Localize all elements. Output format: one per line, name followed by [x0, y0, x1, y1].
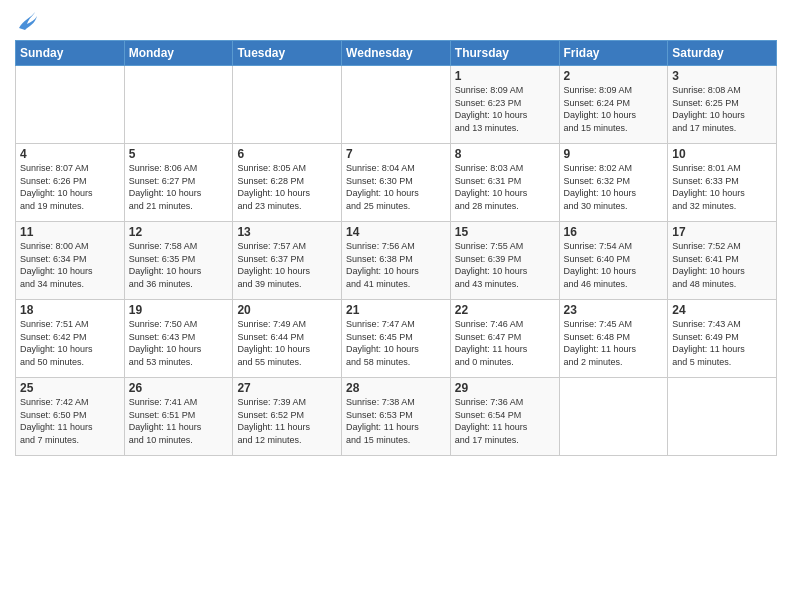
weekday-header-sunday: Sunday [16, 41, 125, 66]
weekday-header-thursday: Thursday [450, 41, 559, 66]
day-detail: Sunrise: 7:58 AM Sunset: 6:35 PM Dayligh… [129, 241, 202, 289]
week-row-3: 11Sunrise: 8:00 AM Sunset: 6:34 PM Dayli… [16, 222, 777, 300]
day-detail: Sunrise: 7:36 AM Sunset: 6:54 PM Dayligh… [455, 397, 528, 445]
day-detail: Sunrise: 8:08 AM Sunset: 6:25 PM Dayligh… [672, 85, 745, 133]
day-number: 26 [129, 381, 229, 395]
day-detail: Sunrise: 7:45 AM Sunset: 6:48 PM Dayligh… [564, 319, 637, 367]
day-cell [16, 66, 125, 144]
day-detail: Sunrise: 7:38 AM Sunset: 6:53 PM Dayligh… [346, 397, 419, 445]
day-cell: 7Sunrise: 8:04 AM Sunset: 6:30 PM Daylig… [342, 144, 451, 222]
day-detail: Sunrise: 8:09 AM Sunset: 6:24 PM Dayligh… [564, 85, 637, 133]
day-cell: 2Sunrise: 8:09 AM Sunset: 6:24 PM Daylig… [559, 66, 668, 144]
day-number: 4 [20, 147, 120, 161]
logo-bird-icon [17, 10, 37, 34]
day-detail: Sunrise: 7:56 AM Sunset: 6:38 PM Dayligh… [346, 241, 419, 289]
day-cell [668, 378, 777, 456]
day-cell: 23Sunrise: 7:45 AM Sunset: 6:48 PM Dayli… [559, 300, 668, 378]
day-detail: Sunrise: 7:54 AM Sunset: 6:40 PM Dayligh… [564, 241, 637, 289]
day-cell: 21Sunrise: 7:47 AM Sunset: 6:45 PM Dayli… [342, 300, 451, 378]
day-number: 3 [672, 69, 772, 83]
weekday-header-friday: Friday [559, 41, 668, 66]
week-row-5: 25Sunrise: 7:42 AM Sunset: 6:50 PM Dayli… [16, 378, 777, 456]
day-number: 22 [455, 303, 555, 317]
day-detail: Sunrise: 8:03 AM Sunset: 6:31 PM Dayligh… [455, 163, 528, 211]
day-cell: 3Sunrise: 8:08 AM Sunset: 6:25 PM Daylig… [668, 66, 777, 144]
day-number: 25 [20, 381, 120, 395]
day-detail: Sunrise: 7:55 AM Sunset: 6:39 PM Dayligh… [455, 241, 528, 289]
day-number: 6 [237, 147, 337, 161]
day-number: 28 [346, 381, 446, 395]
day-detail: Sunrise: 7:41 AM Sunset: 6:51 PM Dayligh… [129, 397, 202, 445]
day-number: 5 [129, 147, 229, 161]
calendar-table: SundayMondayTuesdayWednesdayThursdayFrid… [15, 40, 777, 456]
day-number: 19 [129, 303, 229, 317]
day-cell: 15Sunrise: 7:55 AM Sunset: 6:39 PM Dayli… [450, 222, 559, 300]
day-detail: Sunrise: 7:57 AM Sunset: 6:37 PM Dayligh… [237, 241, 310, 289]
day-detail: Sunrise: 7:46 AM Sunset: 6:47 PM Dayligh… [455, 319, 528, 367]
day-detail: Sunrise: 8:04 AM Sunset: 6:30 PM Dayligh… [346, 163, 419, 211]
day-cell: 17Sunrise: 7:52 AM Sunset: 6:41 PM Dayli… [668, 222, 777, 300]
weekday-header-monday: Monday [124, 41, 233, 66]
day-number: 27 [237, 381, 337, 395]
day-number: 7 [346, 147, 446, 161]
day-number: 18 [20, 303, 120, 317]
day-number: 29 [455, 381, 555, 395]
day-cell: 1Sunrise: 8:09 AM Sunset: 6:23 PM Daylig… [450, 66, 559, 144]
day-cell: 18Sunrise: 7:51 AM Sunset: 6:42 PM Dayli… [16, 300, 125, 378]
week-row-4: 18Sunrise: 7:51 AM Sunset: 6:42 PM Dayli… [16, 300, 777, 378]
day-number: 17 [672, 225, 772, 239]
day-detail: Sunrise: 8:02 AM Sunset: 6:32 PM Dayligh… [564, 163, 637, 211]
day-cell: 6Sunrise: 8:05 AM Sunset: 6:28 PM Daylig… [233, 144, 342, 222]
day-detail: Sunrise: 7:52 AM Sunset: 6:41 PM Dayligh… [672, 241, 745, 289]
day-number: 12 [129, 225, 229, 239]
week-row-1: 1Sunrise: 8:09 AM Sunset: 6:23 PM Daylig… [16, 66, 777, 144]
day-detail: Sunrise: 8:09 AM Sunset: 6:23 PM Dayligh… [455, 85, 528, 133]
day-detail: Sunrise: 8:05 AM Sunset: 6:28 PM Dayligh… [237, 163, 310, 211]
day-cell [124, 66, 233, 144]
day-cell: 5Sunrise: 8:06 AM Sunset: 6:27 PM Daylig… [124, 144, 233, 222]
day-cell: 20Sunrise: 7:49 AM Sunset: 6:44 PM Dayli… [233, 300, 342, 378]
day-detail: Sunrise: 7:43 AM Sunset: 6:49 PM Dayligh… [672, 319, 745, 367]
day-detail: Sunrise: 7:49 AM Sunset: 6:44 PM Dayligh… [237, 319, 310, 367]
day-cell: 16Sunrise: 7:54 AM Sunset: 6:40 PM Dayli… [559, 222, 668, 300]
day-cell: 12Sunrise: 7:58 AM Sunset: 6:35 PM Dayli… [124, 222, 233, 300]
day-cell: 4Sunrise: 8:07 AM Sunset: 6:26 PM Daylig… [16, 144, 125, 222]
day-number: 23 [564, 303, 664, 317]
day-cell: 29Sunrise: 7:36 AM Sunset: 6:54 PM Dayli… [450, 378, 559, 456]
day-detail: Sunrise: 8:07 AM Sunset: 6:26 PM Dayligh… [20, 163, 93, 211]
page: SundayMondayTuesdayWednesdayThursdayFrid… [0, 0, 792, 466]
day-cell: 14Sunrise: 7:56 AM Sunset: 6:38 PM Dayli… [342, 222, 451, 300]
day-cell: 27Sunrise: 7:39 AM Sunset: 6:52 PM Dayli… [233, 378, 342, 456]
day-cell [233, 66, 342, 144]
day-number: 10 [672, 147, 772, 161]
weekday-header-wednesday: Wednesday [342, 41, 451, 66]
day-cell [342, 66, 451, 144]
day-number: 13 [237, 225, 337, 239]
logo [15, 14, 37, 34]
day-number: 1 [455, 69, 555, 83]
header [15, 10, 777, 34]
weekday-header-saturday: Saturday [668, 41, 777, 66]
weekday-header-row: SundayMondayTuesdayWednesdayThursdayFrid… [16, 41, 777, 66]
day-number: 16 [564, 225, 664, 239]
day-cell: 26Sunrise: 7:41 AM Sunset: 6:51 PM Dayli… [124, 378, 233, 456]
day-detail: Sunrise: 7:51 AM Sunset: 6:42 PM Dayligh… [20, 319, 93, 367]
day-number: 24 [672, 303, 772, 317]
day-cell: 28Sunrise: 7:38 AM Sunset: 6:53 PM Dayli… [342, 378, 451, 456]
day-cell: 19Sunrise: 7:50 AM Sunset: 6:43 PM Dayli… [124, 300, 233, 378]
day-number: 8 [455, 147, 555, 161]
day-detail: Sunrise: 7:50 AM Sunset: 6:43 PM Dayligh… [129, 319, 202, 367]
day-number: 9 [564, 147, 664, 161]
day-cell: 8Sunrise: 8:03 AM Sunset: 6:31 PM Daylig… [450, 144, 559, 222]
day-cell [559, 378, 668, 456]
day-cell: 11Sunrise: 8:00 AM Sunset: 6:34 PM Dayli… [16, 222, 125, 300]
day-cell: 9Sunrise: 8:02 AM Sunset: 6:32 PM Daylig… [559, 144, 668, 222]
day-number: 2 [564, 69, 664, 83]
day-detail: Sunrise: 7:42 AM Sunset: 6:50 PM Dayligh… [20, 397, 93, 445]
day-cell: 24Sunrise: 7:43 AM Sunset: 6:49 PM Dayli… [668, 300, 777, 378]
day-detail: Sunrise: 8:00 AM Sunset: 6:34 PM Dayligh… [20, 241, 93, 289]
day-number: 20 [237, 303, 337, 317]
weekday-header-tuesday: Tuesday [233, 41, 342, 66]
day-number: 11 [20, 225, 120, 239]
day-cell: 22Sunrise: 7:46 AM Sunset: 6:47 PM Dayli… [450, 300, 559, 378]
